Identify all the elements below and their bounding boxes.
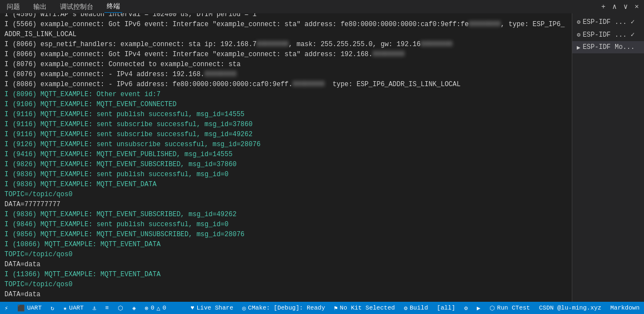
minimize-panel-button[interactable]: ∨ <box>621 2 631 12</box>
terminal-tab-2-label: ESP-IDF ... ✓ <box>583 31 635 39</box>
menu-item-output[interactable]: 输出 <box>31 1 49 13</box>
cmake-icon: ◎ <box>242 305 246 312</box>
status-connect[interactable]: ⚓ <box>88 302 101 314</box>
plug-icon: ⚡ <box>4 305 8 312</box>
terminal-line: TOPIC=/topic/qos0 <box>4 280 567 290</box>
terminal-line: I (4596) wifi:AP's beacon interval = 102… <box>4 13 567 19</box>
error-icon: ⊗ <box>145 305 149 312</box>
build-target-label: [all] <box>437 305 455 311</box>
status-refresh[interactable]: ↻ <box>46 302 59 314</box>
csdn-label: CSDN @lu-ming.xyz <box>539 305 601 311</box>
status-star-uart[interactable]: ★ UART <box>59 302 88 314</box>
status-menu1[interactable]: ≡ <box>101 302 113 314</box>
terminal-line: DATA=777777777 <box>4 200 567 210</box>
warning-count: 0 <box>162 305 166 311</box>
terminal-line: DATA=data <box>4 290 567 300</box>
terminal-line: I (9116) MQTT_EXAMPLE: sent subscribe su… <box>4 119 567 129</box>
build-icon: ⚙ <box>404 305 408 312</box>
terminal-line: DATA=data <box>4 260 567 270</box>
terminal-line: I (9116) MQTT_EXAMPLE: sent subscribe su… <box>4 129 567 139</box>
run-button[interactable]: ▶ <box>472 302 485 314</box>
terminal-tab-1-label: ESP-IDF ... ✓ <box>583 18 635 26</box>
terminal-line: I (9836) MQTT_EXAMPLE: MQTT_EVENT_DATA <box>4 180 567 190</box>
target-icon: ◈ <box>132 305 136 312</box>
refresh-icon: ↻ <box>51 305 54 312</box>
build-label: Build <box>410 305 428 311</box>
status-errors[interactable]: ⊗ 0 △ 0 <box>141 302 171 314</box>
terminal-tab-1[interactable]: ⚙ ESP-IDF ... ✓ <box>572 16 644 28</box>
cmake-label: CMake: [Debug]: Ready <box>248 305 325 311</box>
star-uart-label: UART <box>69 305 83 311</box>
terminal-output[interactable]: I (4186) wifi:state: auth -> assoc (0)I … <box>0 13 572 302</box>
terminal-line: I (8076) example_connect: - IPv4 address… <box>4 69 567 79</box>
menu-item-problems[interactable]: 问题 <box>4 1 22 13</box>
live-share-icon: ♥ <box>191 305 194 311</box>
status-bar: ⚡ ⬛ UART ↻ ★ UART ⚓ ≡ ⬡ ◈ ⊗ 0 △ 0 ♥ Live… <box>0 302 644 314</box>
status-hex[interactable]: ⬡ <box>113 302 128 314</box>
terminal-line: I (9836) MQTT_EXAMPLE: sent publish succ… <box>4 170 567 180</box>
terminal-line: I (9826) MQTT_EXAMPLE: MQTT_EVENT_SUBSCR… <box>4 160 567 170</box>
terminal-tab-2[interactable]: ⚙ ESP-IDF ... ✓ <box>572 28 644 41</box>
terminal-tab-3-label: ESP-IDF Mo... <box>583 43 635 51</box>
build-target[interactable]: [all] <box>432 302 460 314</box>
status-target[interactable]: ◈ <box>128 302 141 314</box>
hex-icon: ⬡ <box>118 305 123 312</box>
close-panel-button[interactable]: × <box>632 2 642 12</box>
terminal-sidebar: ⚙ ESP-IDF ... ✓ ⚙ ESP-IDF ... ✓ ▶ ESP-ID… <box>572 13 644 302</box>
ctest-icon: ⬡ <box>490 305 495 312</box>
terminal-line: I (9846) MQTT_EXAMPLE: sent publish succ… <box>4 220 567 230</box>
uart-icon: ⬛ <box>17 305 25 312</box>
terminal-line: I (8076) example_connect: Connected to e… <box>4 59 567 69</box>
settings-icon-1: ⚙ <box>577 18 581 26</box>
run-icon: ▶ <box>577 44 581 51</box>
terminal-line: I (9106) MQTT_EXAMPLE: MQTT_EVENT_CONNEC… <box>4 99 567 109</box>
live-share-button[interactable]: ♥ Live Share <box>186 302 238 314</box>
main-area: I (4186) wifi:state: auth -> assoc (0)I … <box>0 13 644 302</box>
terminal-line: I (8066) example_connect: Got IPv4 event… <box>4 49 567 59</box>
star-icon: ★ <box>63 305 67 312</box>
error-count: 0 <box>151 305 154 311</box>
terminal-line: I (9856) MQTT_EXAMPLE: MQTT_EVENT_UNSUBS… <box>4 230 567 240</box>
warning-icon: △ <box>157 305 161 312</box>
terminal-tab-3[interactable]: ▶ ESP-IDF Mo... <box>572 41 644 53</box>
ctest-label: Run CTest <box>497 305 530 311</box>
menu-item-terminal[interactable]: 终端 <box>104 1 122 13</box>
status-uart[interactable]: ⬛ UART <box>13 302 46 314</box>
terminal-line: I (8086) example_connect: - IPv6 address… <box>4 79 567 89</box>
status-right: ♥ Live Share ◎ CMake: [Debug]: Ready ⚑ N… <box>186 302 644 314</box>
build-settings-icon: ⚙ <box>464 305 468 312</box>
build-settings[interactable]: ⚙ <box>460 302 472 314</box>
settings-icon-2: ⚙ <box>577 31 581 38</box>
terminal-line: I (9836) MQTT_EXAMPLE: MQTT_EVENT_SUBSCR… <box>4 210 567 220</box>
panel-controls: + ∧ ∨ × <box>596 1 644 13</box>
cmake-status[interactable]: ◎ CMake: [Debug]: Ready <box>238 302 330 314</box>
terminal-line: I (9116) MQTT_EXAMPLE: sent publish succ… <box>4 109 567 119</box>
kit-label: No Kit Selected <box>340 305 395 311</box>
build-button[interactable]: ⚙ Build <box>400 302 433 314</box>
csdn-watermark: CSDN @lu-ming.xyz <box>535 302 606 314</box>
terminal-line: I (8066) esp_netif_handlers: example_con… <box>4 39 567 49</box>
language-mode[interactable]: Markdown <box>606 302 644 314</box>
run-ctest-button[interactable]: ⬡ Run CTest <box>485 302 535 314</box>
terminal-line: I (8096) MQTT_EXAMPLE: Other event id:7 <box>4 89 567 99</box>
live-share-label: Live Share <box>197 305 233 311</box>
maximize-panel-button[interactable]: ∧ <box>610 2 620 12</box>
terminal-line: I (10866) MQTT_EXAMPLE: MQTT_EVENT_DATA <box>4 240 567 250</box>
connect-icon: ⚓ <box>93 305 97 312</box>
terminal-line: TOPIC=/topic/qos0 <box>4 190 567 200</box>
terminal-line: I (5566) example_connect: Got IPv6 event… <box>4 19 567 39</box>
menu1-icon: ≡ <box>105 305 109 311</box>
terminal-line: I (9416) MQTT_EXAMPLE: MQTT_EVENT_PUBLIS… <box>4 149 567 160</box>
menu-bar: 问题 输出 调试控制台 终端 + ∧ ∨ × <box>0 0 644 13</box>
status-uart-icon[interactable]: ⚡ <box>0 302 13 314</box>
menu-items: 问题 输出 调试控制台 终端 <box>0 0 127 13</box>
no-kit-selected[interactable]: ⚑ No Kit Selected <box>330 302 400 314</box>
language-label: Markdown <box>610 305 640 311</box>
menu-item-debug-console[interactable]: 调试控制台 <box>58 1 96 13</box>
run-icon: ▶ <box>477 305 481 312</box>
add-terminal-button[interactable]: + <box>598 2 608 12</box>
uart-label: UART <box>27 305 42 311</box>
terminal-line: I (11366) MQTT_EXAMPLE: MQTT_EVENT_DATA <box>4 270 567 280</box>
kit-icon: ⚑ <box>334 305 338 312</box>
terminal-line: I (9126) MQTT_EXAMPLE: sent unsubscribe … <box>4 139 567 149</box>
